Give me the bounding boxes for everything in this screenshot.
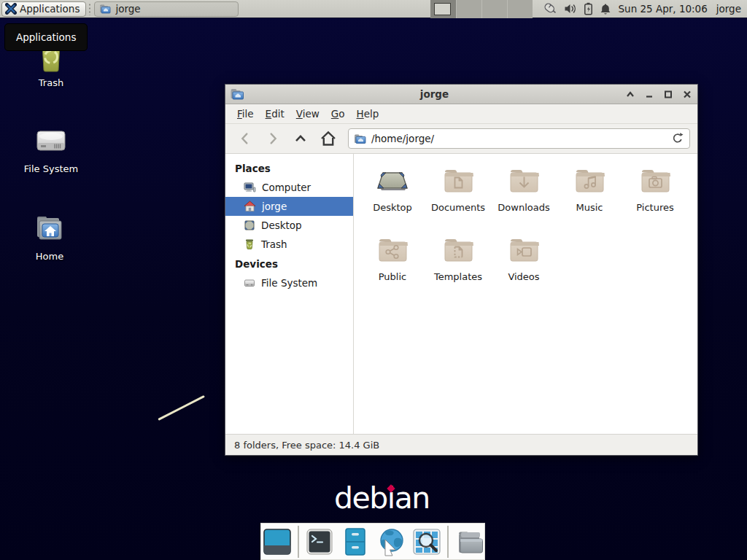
window-icon [230, 88, 244, 101]
minimize-button[interactable] [643, 88, 655, 100]
workspace-window-preview [434, 3, 451, 15]
sidebar-item-label: File System [261, 277, 317, 289]
workspace-3[interactable] [481, 0, 507, 18]
notifications-icon[interactable] [600, 3, 611, 15]
folder-desktop[interactable]: Desktop [360, 161, 425, 230]
workspace-2[interactable] [456, 0, 481, 18]
menu-bar: File Edit View Go Help [225, 104, 697, 124]
home-icon [320, 131, 337, 147]
file-manager-icon [99, 4, 111, 14]
menu-help[interactable]: Help [351, 105, 385, 122]
shade-icon [626, 90, 635, 98]
menu-go[interactable]: Go [325, 105, 351, 122]
file-cabinet-icon [342, 527, 368, 556]
folder-label: Public [379, 271, 406, 282]
folder-label: Downloads [498, 202, 549, 213]
computer-icon [244, 182, 256, 193]
file-manager-launcher[interactable] [340, 526, 371, 557]
debian-logo-i: i [387, 483, 395, 513]
show-desktop-button[interactable] [262, 526, 293, 557]
menu-file[interactable]: File [231, 105, 260, 122]
folder-documents[interactable]: Documents [425, 161, 491, 230]
trash-icon [244, 238, 255, 250]
workspace-4[interactable] [507, 0, 533, 18]
applications-tooltip: Applications [4, 23, 88, 51]
sidebar-item-jorge[interactable]: jorge [225, 197, 353, 216]
maximize-button[interactable] [662, 88, 674, 100]
shade-button[interactable] [624, 88, 636, 100]
folder-label: Music [576, 202, 603, 213]
panel-separator-grip [88, 3, 92, 15]
taskbar-window-button[interactable]: jorge [94, 1, 239, 17]
folder-label: Desktop [373, 202, 412, 213]
window-titlebar[interactable]: jorge [225, 85, 697, 104]
applications-menu-button[interactable]: Applications [1, 1, 86, 17]
folder-icon [454, 528, 484, 556]
path-text[interactable]: /home/jorge/ [371, 133, 666, 144]
sidebar-item-trash[interactable]: Trash [225, 235, 353, 254]
folder-label: Pictures [636, 202, 673, 213]
system-tray [541, 2, 611, 15]
forward-button[interactable] [260, 128, 285, 149]
downloads-folder-icon [506, 166, 541, 196]
desktop-icon-home[interactable]: Home [13, 211, 86, 262]
folder-label: Templates [434, 271, 482, 282]
sidebar-item-computer[interactable]: Computer [225, 178, 353, 197]
web-browser-launcher[interactable] [376, 526, 406, 557]
debian-logo: debian [334, 483, 430, 513]
menu-edit[interactable]: Edit [260, 105, 290, 122]
applications-tooltip-text: Applications [16, 31, 76, 43]
panel-username[interactable]: jorge [716, 3, 741, 15]
refresh-icon[interactable] [671, 132, 684, 145]
xfce-menu-icon [5, 3, 17, 15]
templates-folder-icon [441, 235, 476, 265]
minimize-icon [645, 90, 654, 98]
folder-launcher[interactable] [454, 526, 484, 557]
application-finder-launcher[interactable] [411, 526, 442, 557]
application-finder-icon [412, 528, 441, 556]
documents-folder-icon [441, 166, 476, 196]
videos-folder-icon [506, 235, 541, 265]
status-bar: 8 folders, Free space: 14.4 GiB [225, 434, 697, 455]
folder-public[interactable]: Public [360, 230, 425, 300]
dock-separator [447, 526, 449, 558]
terminal-launcher[interactable] [304, 526, 335, 557]
folder-pictures[interactable]: Pictures [622, 161, 688, 230]
desktop-background: Applications jorge [0, 0, 747, 560]
battery-icon[interactable] [584, 2, 593, 15]
back-icon [237, 131, 253, 147]
sidebar-item-label: Trash [261, 238, 287, 250]
folder-downloads[interactable]: Downloads [491, 161, 557, 230]
sidebar-item-desktop[interactable]: Desktop [225, 216, 353, 235]
home-button[interactable] [316, 128, 341, 149]
desktop-icon [244, 219, 255, 231]
menu-view[interactable]: View [290, 105, 325, 122]
path-bar[interactable]: /home/jorge/ [348, 128, 690, 149]
desktop-icon-file-system[interactable]: File System [15, 124, 88, 174]
desktop-icon-label: Trash [39, 77, 63, 88]
back-button[interactable] [233, 128, 258, 149]
sidebar-item-file-system[interactable]: File System [225, 273, 353, 292]
top-panel: Applications jorge [0, 0, 747, 18]
folder-music[interactable]: Music [557, 161, 622, 230]
panel-clock[interactable]: Sun 25 Apr, 10:06 [619, 3, 708, 15]
sidebar-item-label: Desktop [261, 219, 302, 231]
close-icon [683, 90, 692, 98]
status-text: 8 folders, Free space: 14.4 GiB [234, 440, 379, 451]
mouse-icon[interactable] [541, 2, 557, 15]
workspace-1[interactable] [430, 0, 456, 18]
desktop-icon-label: File System [24, 163, 78, 174]
diagonal-line-artifact [158, 395, 205, 421]
close-button[interactable] [681, 88, 693, 100]
workspace-switcher[interactable] [430, 0, 533, 18]
show-desktop-icon [263, 528, 292, 556]
file-grid: Desktop Documents Downloads [354, 154, 697, 434]
sidebar-places-header: Places [225, 158, 353, 178]
debian-logo-text: an [395, 481, 430, 516]
folder-videos[interactable]: Videos [491, 230, 557, 300]
folder-templates[interactable]: Templates [425, 230, 491, 300]
terminal-icon [306, 528, 333, 556]
path-folder-icon [354, 133, 366, 144]
volume-icon[interactable] [564, 3, 577, 15]
up-button[interactable] [288, 128, 313, 149]
